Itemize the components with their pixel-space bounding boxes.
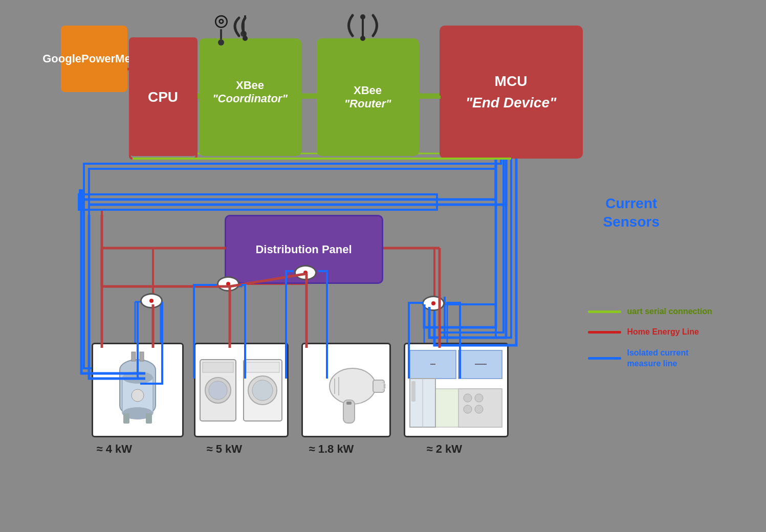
legend-isolated-line [588,357,621,360]
svg-rect-50 [203,362,233,372]
sensor-circle-2 [217,276,239,292]
sensor-circle-1 [140,293,163,308]
svg-point-53 [252,380,273,401]
svg-point-44 [132,389,144,402]
appliance-water-heater [92,343,184,437]
svg-rect-43 [140,352,144,361]
svg-rect-45 [123,413,129,424]
xbee-coordinator-block: ⦾ XBee"Coordinator" [199,38,301,156]
svg-point-71 [475,394,483,402]
svg-point-37 [360,14,365,19]
appliance-washer-dryer [194,343,289,437]
svg-point-55 [330,368,376,404]
svg-rect-68 [411,381,415,402]
svg-point-72 [464,405,472,413]
svg-rect-60 [346,402,352,405]
legend-uart-text: uart serial connection [627,307,712,316]
washer-dryer-label: ≈ 5 kW [207,442,243,456]
legend-home-energy-text: Home Energy Line [627,327,699,337]
svg-rect-42 [132,352,136,361]
legend-uart: uart serial connection [588,307,712,316]
svg-rect-46 [146,413,152,424]
xbee-coordinator-label: XBee"Coordinator" [212,79,288,105]
svg-point-70 [464,394,472,402]
legend-home-energy: Home Energy Line [588,327,712,337]
xbee-router-block: XBee"Router" [317,38,419,156]
appliance-kitchen [404,343,509,437]
mcu-label: MCU"End Device" [466,71,557,114]
svg-point-49 [209,381,227,400]
google-power-meter: Google Power Meter [61,26,127,92]
current-sensors-label: CurrentSensors [603,194,660,232]
svg-rect-11 [79,189,84,210]
legend-isolated-text: Isolated currentmeasure line [627,348,689,369]
appliance-hair-dryer [301,343,391,437]
legend-home-energy-line [588,331,621,334]
xbee-router-label: XBee"Router" [344,84,391,110]
svg-point-73 [475,405,483,413]
legend-isolated-current: Isolated currentmeasure line [588,348,712,369]
svg-rect-54 [246,362,279,372]
svg-rect-12 [79,194,437,210]
distribution-panel-label: Distribution Panel [255,243,352,256]
kitchen-label: ≈ 2 kW [427,442,463,456]
sensor-circle-4 [422,296,445,311]
mcu-block: MCU"End Device" [440,26,583,159]
legend: uart serial connection Home Energy Line … [588,307,712,369]
cpu-block: CPU [130,38,196,156]
hair-dryer-label: ≈ 1.8 kW [309,442,354,456]
water-heater-label: ≈ 4 kW [97,442,133,456]
svg-point-40 [122,371,153,384]
svg-point-32 [243,36,248,41]
legend-uart-line [588,311,621,313]
sensor-circle-3 [294,265,317,280]
